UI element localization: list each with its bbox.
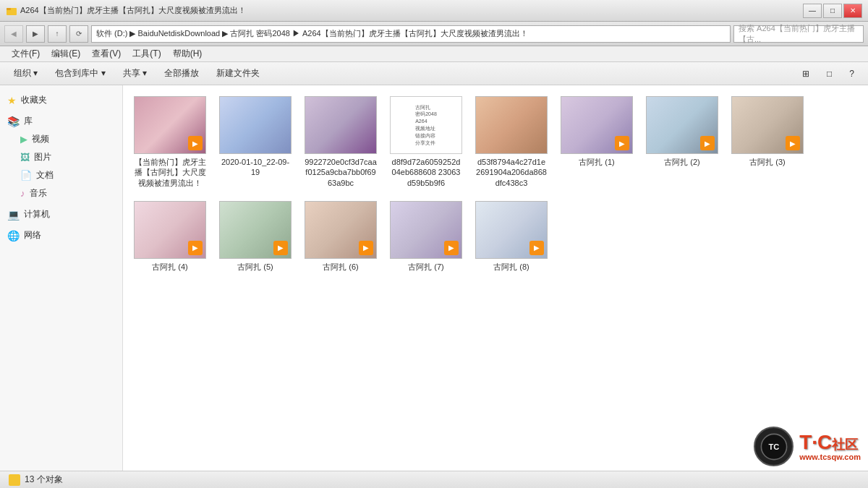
close-button[interactable]: ✕ (843, 4, 862, 18)
forward-button[interactable]: ▶ (26, 25, 45, 43)
thumbnail-6: ▶ (561, 96, 633, 154)
sidebar-computer-section: 💻 计算机 (0, 205, 122, 223)
file-item-1[interactable]: ▶【当前热门】虎牙主播【古阿扎】大尺度视频被渣男流出！ (130, 93, 210, 192)
preview-button[interactable]: □ (819, 64, 840, 83)
file-item-3[interactable]: 9922720e0cf3d7caaf0125a9cba7bb0f6963a9bc (301, 93, 380, 192)
thumbnail-9: ▶ (134, 201, 206, 259)
refresh-button[interactable]: ⟳ (69, 25, 88, 43)
toolbar: 组织 ▾ 包含到库中 ▾ 共享 ▾ 全部播放 新建文件夹 ⊞ □ ? (0, 62, 868, 85)
thumbnail-5 (475, 96, 548, 154)
sidebar-favorites[interactable]: ★ 收藏夹 (0, 91, 122, 109)
file-item-2[interactable]: 2020-01-10_22-09-19 (216, 93, 295, 192)
status-count: 13 个对象 (25, 474, 63, 486)
play-all-button[interactable]: 全部播放 (156, 64, 207, 83)
menu-edit[interactable]: 编辑(E) (46, 46, 86, 61)
file-label-10: 古阿扎 (5) (237, 262, 273, 272)
sidebar-item-video[interactable]: ▶ 视频 (0, 130, 122, 148)
maximize-button[interactable]: □ (823, 4, 842, 18)
file-label-1: 【当前热门】虎牙主播【古阿扎】大尺度视频被渣男流出！ (134, 157, 206, 188)
sidebar-network[interactable]: 🌐 网络 (0, 226, 122, 244)
menu-bar: 文件(F) 编辑(E) 查看(V) 工具(T) 帮助(H) (0, 46, 868, 62)
new-folder-button[interactable]: 新建文件夹 (208, 64, 268, 83)
sidebar-item-music[interactable]: ♪ 音乐 (0, 184, 122, 202)
organize-button[interactable]: 组织 ▾ (6, 64, 46, 83)
sidebar-item-image[interactable]: 🖼 图片 (0, 148, 122, 166)
thumbnail-3 (305, 96, 377, 154)
search-box[interactable]: 搜索 A264【当前热门】虎牙主播【古... (733, 25, 864, 43)
file-label-6: 古阿扎 (1) (579, 157, 615, 167)
address-path: 软件 (D:) ▶ BaiduNetdiskDownload ▶ 古阿扎 密码2… (96, 28, 528, 39)
back-button[interactable]: ◀ (4, 25, 23, 43)
status-bar: 13 个对象 (0, 471, 868, 488)
thumbnail-8: ▶ (731, 96, 804, 154)
document-icon: 📄 (20, 170, 32, 181)
include-library-button[interactable]: 包含到库中 ▾ (47, 64, 113, 83)
watermark-brand: T·C社区 (799, 432, 861, 453)
sidebar: ★ 收藏夹 📚 库 ▶ 视频 🖼 图片 📄 文档 ♪ 音乐 (0, 85, 123, 471)
file-item-13[interactable]: ▶古阿扎 (8) (472, 197, 551, 275)
file-item-9[interactable]: ▶古阿扎 (4) (130, 197, 210, 275)
file-item-11[interactable]: ▶古阿扎 (6) (301, 197, 380, 275)
menu-file[interactable]: 文件(F) (6, 46, 46, 61)
title-bar-left: A264【当前热门】虎牙主播【古阿扎】大尺度视频被渣男流出！ (6, 5, 246, 17)
sidebar-favorites-section: ★ 收藏夹 (0, 91, 122, 109)
view-options-button[interactable]: ⊞ (794, 64, 817, 83)
sidebar-favorites-label: 收藏夹 (21, 94, 47, 106)
play-icon-6: ▶ (615, 136, 629, 150)
sidebar-image-label: 图片 (34, 151, 51, 163)
file-grid: ▶【当前热门】虎牙主播【古阿扎】大尺度视频被渣男流出！2020-01-10_22… (130, 93, 861, 275)
file-label-9: 古阿扎 (4) (152, 262, 188, 272)
address-box[interactable]: 软件 (D:) ▶ BaiduNetdiskDownload ▶ 古阿扎 密码2… (91, 25, 731, 43)
play-icon-13: ▶ (529, 241, 544, 255)
sidebar-document-label: 文档 (36, 169, 54, 181)
svg-rect-1 (7, 8, 11, 10)
file-label-3: 9922720e0cf3d7caaf0125a9cba7bb0f6963a9bc (305, 157, 377, 188)
help-button[interactable]: ? (841, 64, 862, 83)
file-label-12: 古阿扎 (7) (408, 262, 444, 272)
file-label-13: 古阿扎 (8) (493, 262, 529, 272)
thumbnail-4: 古阿扎密码2048A264视频地址链接内容分享文件 (390, 96, 462, 154)
sidebar-video-label: 视频 (32, 133, 49, 145)
thumbnail-7: ▶ (646, 96, 718, 154)
computer-icon: 💻 (7, 209, 20, 221)
file-label-7: 古阿扎 (2) (664, 157, 700, 167)
library-icon: 📚 (7, 116, 20, 127)
file-label-11: 古阿扎 (6) (323, 262, 359, 272)
music-icon: ♪ (20, 188, 25, 199)
file-item-8[interactable]: ▶古阿扎 (3) (728, 93, 807, 192)
thumbnail-12: ▶ (390, 201, 462, 259)
minimize-button[interactable]: — (803, 4, 822, 18)
file-label-8: 古阿扎 (3) (749, 157, 786, 167)
search-placeholder: 搜索 A264【当前热门】虎牙主播【古... (739, 23, 859, 45)
file-label-2: 2020-01-10_22-09-19 (219, 157, 292, 178)
title-bar: A264【当前热门】虎牙主播【古阿扎】大尺度视频被渣男流出！ — □ ✕ (0, 0, 868, 22)
play-icon-7: ▶ (700, 136, 715, 150)
play-icon-8: ▶ (786, 136, 800, 150)
thumbnail-1: ▶ (134, 96, 206, 154)
share-button[interactable]: 共享 ▾ (115, 64, 155, 83)
content-area[interactable]: ▶【当前热门】虎牙主播【古阿扎】大尺度视频被渣男流出！2020-01-10_22… (123, 85, 868, 471)
file-item-5[interactable]: d53f8794a4c27d1e2691904a206da868dfc438c3 (472, 93, 551, 192)
watermark-domain: www.tcsqw.com (799, 453, 861, 461)
menu-tools[interactable]: 工具(T) (127, 46, 166, 61)
sidebar-item-document[interactable]: 📄 文档 (0, 166, 122, 184)
play-icon-9: ▶ (188, 241, 203, 255)
window-controls: — □ ✕ (803, 4, 862, 18)
window-title: A264【当前热门】虎牙主播【古阿扎】大尺度视频被渣男流出！ (20, 5, 246, 16)
play-icon-1: ▶ (188, 136, 203, 150)
file-item-6[interactable]: ▶古阿扎 (1) (557, 93, 637, 192)
watermark: TC T·C社区 www.tcsqw.com (754, 427, 861, 466)
file-item-12[interactable]: ▶古阿扎 (7) (386, 197, 466, 275)
file-item-4[interactable]: 古阿扎密码2048A264视频地址链接内容分享文件d8f9d72a6059252… (386, 93, 466, 192)
sidebar-library[interactable]: 📚 库 (0, 112, 122, 130)
sidebar-music-label: 音乐 (30, 187, 47, 200)
play-icon-11: ▶ (359, 241, 373, 255)
thumbnail-13: ▶ (475, 201, 548, 259)
menu-view[interactable]: 查看(V) (86, 46, 127, 61)
watermark-logo: TC (754, 427, 793, 466)
file-item-10[interactable]: ▶古阿扎 (5) (216, 197, 295, 275)
up-button[interactable]: ↑ (48, 25, 67, 43)
file-item-7[interactable]: ▶古阿扎 (2) (642, 93, 722, 192)
menu-help[interactable]: 帮助(H) (167, 46, 208, 61)
sidebar-computer[interactable]: 💻 计算机 (0, 205, 122, 223)
